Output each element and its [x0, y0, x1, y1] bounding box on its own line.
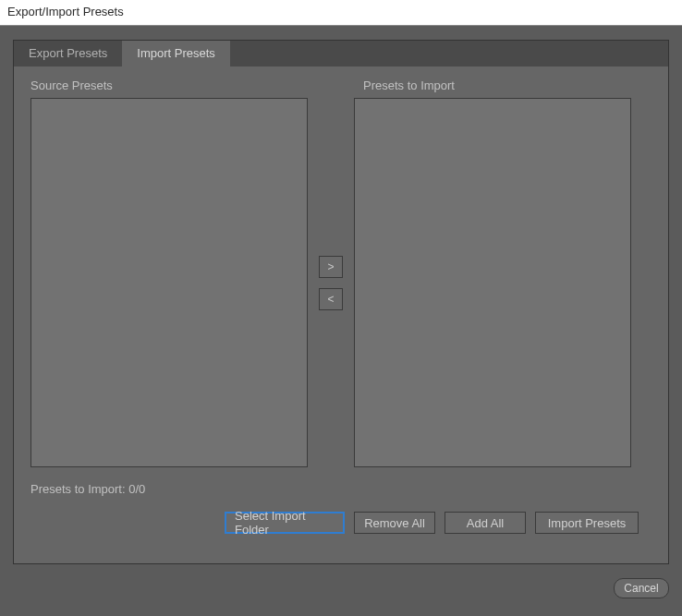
source-presets-list[interactable] [30, 98, 308, 467]
presets-to-import-list[interactable] [354, 98, 631, 467]
chevron-right-icon: > [327, 260, 334, 273]
title-bar: Export/Import Presets [0, 0, 682, 26]
move-left-button[interactable]: < [319, 288, 343, 310]
tab-export-presets[interactable]: Export Presets [14, 41, 122, 66]
panel-content: Source Presets Presets to Import > < Pre… [14, 66, 668, 563]
cancel-button[interactable]: Cancel [614, 578, 669, 598]
window-body: Export Presets Import Presets Source Pre… [0, 26, 682, 577]
window-title: Export/Import Presets [7, 5, 124, 18]
remove-all-button[interactable]: Remove All [354, 512, 435, 534]
action-button-row: Select Import Folder Remove All Add All … [14, 512, 668, 534]
move-right-button[interactable]: > [319, 256, 343, 278]
add-all-button[interactable]: Add All [445, 512, 526, 534]
import-presets-button[interactable]: Import Presets [535, 512, 639, 534]
presets-count-status: Presets to Import: 0/0 [30, 482, 145, 496]
tab-bar: Export Presets Import Presets [14, 41, 668, 66]
presets-to-import-label: Presets to Import [363, 79, 455, 92]
chevron-left-icon: < [327, 293, 334, 306]
tab-import-presets[interactable]: Import Presets [122, 41, 230, 66]
source-presets-label: Source Presets [30, 79, 113, 92]
select-import-folder-button[interactable]: Select Import Folder [225, 512, 345, 534]
panel-frame: Export Presets Import Presets Source Pre… [13, 40, 669, 564]
